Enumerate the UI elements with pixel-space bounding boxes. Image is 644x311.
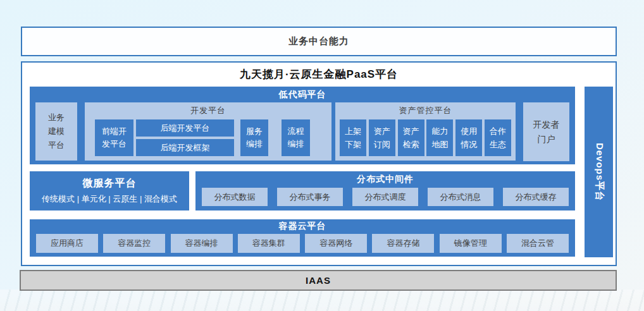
developer-portal-label: 开发者门户: [533, 118, 560, 147]
distributed-middleware-panel: 分布式中间件 分布式数据 分布式事务 分布式调度 分布式消息 分布式缓存: [195, 171, 575, 210]
asset-items-row: 上架下架 资产订阅 资产检索 能力地图 使用情况 合作生态: [335, 119, 516, 156]
backend-dev-framework-label: 后端开发框架: [161, 142, 210, 154]
frontend-dev-platform-box: 前端开发平台: [95, 119, 133, 156]
middleware-item-cache: 分布式缓存: [503, 188, 569, 206]
devops-platform-label: Devops平台: [593, 143, 605, 201]
background-pattern: [0, 290, 644, 311]
microservice-platform-title: 微服务平台: [30, 177, 189, 190]
microservice-platform-box: 微服务平台 传统模式 | 单元化 | 云原生 | 混合模式: [30, 171, 189, 210]
cc-item-image-mgmt: 镜像管理: [440, 234, 502, 253]
top-banner-label: 业务中台能力: [288, 35, 349, 47]
backend-dev-stack: 后端开发平台 后端开发框架: [136, 119, 234, 156]
cc-item-monitoring: 容器监控: [103, 234, 165, 253]
container-cloud-items-row: 应用商店 容器监控 容器编排 容器集群 容器网络 容器存储 镜像管理 混合云管: [30, 234, 575, 253]
iaas-bar: IAAS: [20, 270, 617, 291]
asset-item-label: 使用情况: [460, 125, 478, 151]
service-orchestration-box: 服务编排: [240, 119, 268, 156]
lowcode-platform-panel: 低代码平台 业务建模平台 开发平台 前端开发平台 后端开发平台 后端开发框架: [30, 87, 575, 164]
microservice-platform-modes: 传统模式 | 单元化 | 云原生 | 混合模式: [30, 193, 189, 205]
cc-item-storage: 容器存储: [372, 234, 434, 253]
process-orchestration-label: 流程编排: [287, 125, 305, 150]
cc-item-cluster: 容器集群: [238, 234, 300, 253]
middleware-items-row: 分布式数据 分布式事务 分布式调度 分布式消息 分布式缓存: [195, 188, 575, 206]
business-modeling-platform-label: 业务建模平台: [47, 111, 65, 152]
lowcode-platform-title: 低代码平台: [30, 87, 575, 101]
dev-platform-title: 开发平台: [85, 102, 331, 116]
middleware-item-transaction: 分布式事务: [277, 188, 343, 206]
backend-dev-platform-label: 后端开发平台: [161, 123, 210, 134]
middleware-item-data: 分布式数据: [202, 188, 268, 206]
dev-platform-panel: 开发平台 前端开发平台 后端开发平台 后端开发框架 服务编排 流程编排: [85, 102, 331, 161]
container-cloud-panel: 容器云平台 应用商店 容器监控 容器编排 容器集群 容器网络 容器存储 镜像管理…: [30, 219, 575, 257]
backend-dev-platform-box: 后端开发平台: [136, 119, 234, 137]
service-orchestration-label: 服务编排: [245, 125, 263, 150]
platform-title: 九天揽月·云原生金融PaaS平台: [22, 67, 616, 82]
asset-item-onoff-shelf: 上架下架: [340, 119, 366, 156]
business-modeling-platform-box: 业务建模平台: [35, 102, 77, 161]
iaas-label: IAAS: [306, 275, 331, 286]
asset-item-usage: 使用情况: [455, 119, 482, 156]
asset-control-platform-panel: 资产管控平台 上架下架 资产订阅 资产检索 能力地图 使用情况: [335, 102, 516, 161]
container-cloud-title: 容器云平台: [30, 219, 575, 232]
cc-item-app-store: 应用商店: [36, 234, 98, 253]
backend-dev-framework-box: 后端开发框架: [136, 139, 234, 156]
asset-item-retrieval: 资产检索: [398, 119, 424, 156]
asset-item-label: 上架下架: [344, 125, 362, 151]
asset-item-subscription: 资产订阅: [369, 119, 395, 156]
process-orchestration-box: 流程编排: [282, 119, 310, 156]
developer-portal-box: 开发者门户: [523, 102, 569, 161]
asset-item-label: 能力地图: [431, 125, 449, 151]
distributed-middleware-title: 分布式中间件: [195, 171, 575, 185]
cc-item-orchestration: 容器编排: [171, 234, 233, 253]
top-banner: 业务中台能力: [21, 27, 617, 56]
cc-item-hybrid-cloud: 混合云管: [507, 234, 569, 253]
asset-item-capability-map: 能力地图: [426, 119, 453, 156]
paas-platform-box: 九天揽月·云原生金融PaaS平台 低代码平台 业务建模平台 开发平台 前端开发平…: [21, 61, 617, 266]
asset-item-label: 资产订阅: [373, 125, 391, 151]
middleware-item-scheduling: 分布式调度: [352, 188, 418, 206]
frontend-dev-platform-label: 前端开发平台: [102, 125, 127, 150]
cc-item-network: 容器网络: [305, 234, 367, 253]
architecture-diagram: 业务中台能力 九天揽月·云原生金融PaaS平台 低代码平台 业务建模平台 开发平…: [0, 0, 644, 311]
devops-platform-bar: Devops平台: [585, 87, 613, 257]
asset-item-label: 资产检索: [402, 125, 420, 151]
asset-control-platform-title: 资产管控平台: [335, 102, 516, 116]
asset-item-label: 合作生态: [489, 125, 507, 151]
asset-item-ecosystem: 合作生态: [485, 119, 511, 156]
middleware-item-messaging: 分布式消息: [428, 188, 493, 206]
